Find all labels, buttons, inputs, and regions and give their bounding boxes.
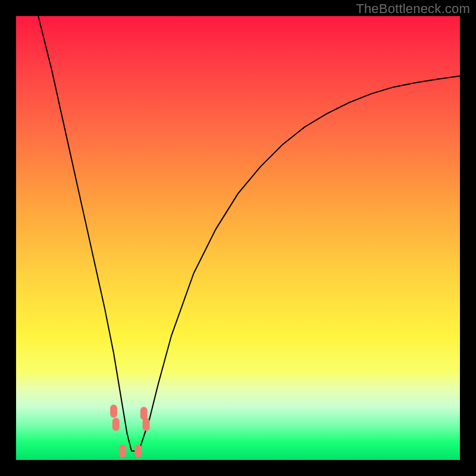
plot-area: [16, 16, 460, 460]
marker-group: [110, 405, 150, 458]
curve-marker: [143, 418, 150, 431]
watermark-text: TheBottleneck.com: [356, 1, 470, 17]
chart-frame: TheBottleneck.com: [0, 0, 476, 476]
curve-marker: [110, 405, 117, 418]
curve-marker: [112, 418, 120, 431]
bottleneck-curve: [38, 16, 460, 451]
curve-marker: [119, 444, 126, 458]
curve-marker: [134, 444, 142, 458]
curve-svg: [16, 16, 460, 460]
